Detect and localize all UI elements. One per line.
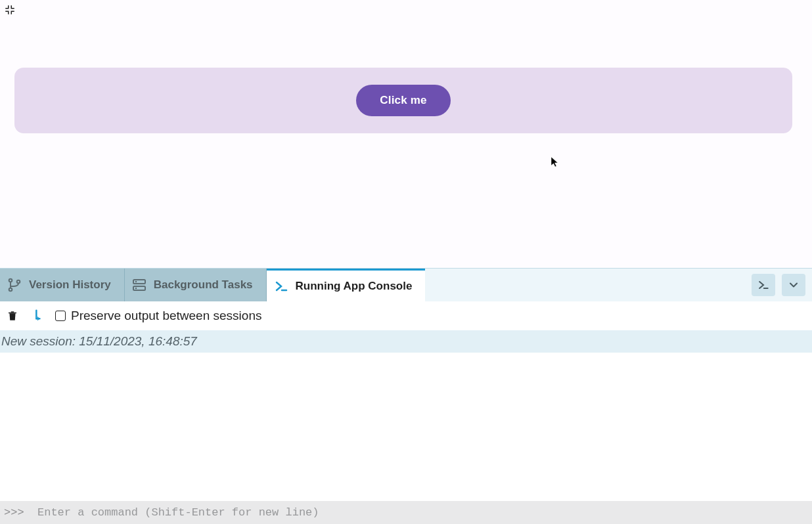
preserve-output-label: Preserve output between sessions [71, 309, 261, 323]
command-prompt: >>> [4, 506, 37, 519]
session-banner: New session: 15/11/2023, 16:48:57 [0, 330, 812, 353]
tab-label: Running App Console [296, 280, 413, 293]
open-console-button[interactable] [752, 274, 775, 296]
tabs-row: Version History Background Tasks [0, 269, 812, 301]
card-container: Click me [14, 68, 792, 133]
cursor-icon [551, 156, 560, 171]
app-preview-region: Click me [0, 0, 812, 268]
git-branch-icon [7, 277, 22, 293]
bottom-panel: Version History Background Tasks [0, 268, 812, 524]
command-input-row[interactable]: >>> [0, 501, 812, 524]
console-output [0, 353, 812, 501]
tab-version-history[interactable]: Version History [0, 269, 125, 301]
tasks-icon [131, 277, 147, 293]
console-icon [273, 278, 289, 294]
svg-rect-4 [133, 286, 145, 290]
command-input[interactable] [37, 506, 808, 519]
clear-console-button[interactable] [5, 309, 20, 323]
restart-console-button[interactable] [30, 309, 45, 323]
collapse-icon[interactable] [4, 4, 16, 16]
svg-point-2 [17, 280, 20, 284]
tab-label: Version History [29, 278, 111, 292]
tab-running-app-console[interactable]: Running App Console [267, 269, 426, 301]
svg-rect-3 [133, 280, 145, 284]
svg-point-0 [9, 279, 12, 282]
preserve-output-row[interactable]: Preserve output between sessions [55, 309, 261, 323]
tab-background-tasks[interactable]: Background Tasks [125, 269, 267, 301]
preserve-output-checkbox[interactable] [55, 311, 66, 321]
svg-point-1 [9, 288, 12, 292]
panel-menu-button[interactable] [782, 274, 805, 296]
click-me-button[interactable]: Click me [356, 85, 451, 116]
tab-label: Background Tasks [154, 278, 253, 292]
console-toolbar: Preserve output between sessions [0, 301, 812, 330]
